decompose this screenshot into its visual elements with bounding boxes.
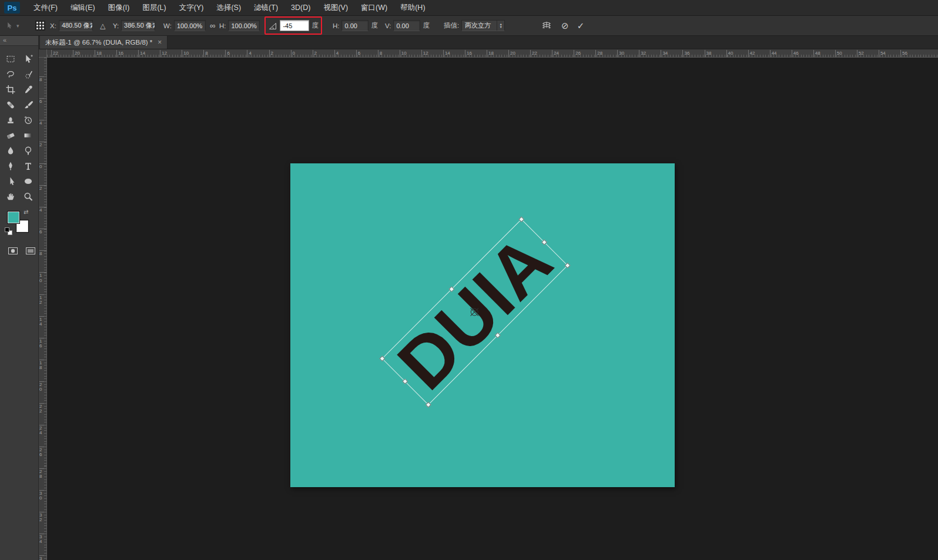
h-ruler-label: 14 <box>443 50 450 57</box>
default-colors-icon[interactable] <box>5 227 14 236</box>
v-ruler-label: 1 4 <box>39 316 46 327</box>
h-skew-value: 0.00 <box>344 22 357 29</box>
eraser-tool[interactable] <box>2 128 19 143</box>
v-skew-value: 0.00 <box>396 22 408 29</box>
v-skew-input[interactable]: 0.00 <box>393 20 420 31</box>
menu-item[interactable]: 窗口(W) <box>354 0 394 15</box>
transform-box[interactable]: DUIA <box>382 219 568 405</box>
move-tool[interactable] <box>19 52 37 66</box>
interpolation-select[interactable]: 两次立方 ▲▼ <box>461 20 505 31</box>
menu-item[interactable]: 滤镜(T) <box>247 0 284 15</box>
options-bar: ▾ X: 480.50 像素 △ Y: 386.50 像素 W: 100.00%… <box>0 16 938 36</box>
v-ruler-label: 2 6 <box>39 447 46 458</box>
menu-item[interactable]: 图层(L) <box>136 0 172 15</box>
vertical-ruler[interactable]: 8642024681 01 21 41 61 82 02 22 42 62 83… <box>39 58 47 560</box>
pasteboard[interactable]: DUIA <box>47 58 938 560</box>
menu-item[interactable]: 图像(I) <box>102 0 136 15</box>
menu-item[interactable]: 视图(V) <box>317 0 354 15</box>
h-scale-label: H: <box>219 22 226 29</box>
brush-tool[interactable] <box>19 98 37 112</box>
h-skew-input[interactable]: 0.00 <box>341 20 369 31</box>
maintain-aspect-ratio-icon[interactable]: ∞ <box>209 21 217 30</box>
color-swatches: ⇄ <box>7 211 33 237</box>
h-skew-label: H: <box>333 22 340 29</box>
dodge-tool[interactable] <box>19 143 37 158</box>
x-position-input[interactable]: 480.50 像素 <box>59 20 93 31</box>
menu-item[interactable]: 文字(Y) <box>173 0 210 15</box>
hand-tool[interactable] <box>2 189 19 204</box>
height-scale-input[interactable]: 100.00% <box>228 20 260 31</box>
rotation-input[interactable]: -45 <box>280 20 309 31</box>
v-ruler-label: 1 2 <box>39 294 46 306</box>
foreground-swatch[interactable] <box>7 211 20 224</box>
relative-positioning-button[interactable]: △ <box>96 20 109 32</box>
h-ruler-label: 0 <box>291 50 295 57</box>
h-ruler-label: 56 <box>900 50 907 57</box>
toolbar-footer <box>8 246 38 258</box>
height-scale-value: 100.00% <box>231 22 256 29</box>
ellipse-tool[interactable] <box>19 174 37 189</box>
tab-title: 未标题-1 @ 66.7% (DUIA, RGB/8) * <box>45 38 152 47</box>
history-brush-tool[interactable] <box>19 113 37 128</box>
menu-bar-items: 文件(F)编辑(E)图像(I)图层(L)文字(Y)选择(S)滤镜(T)3D(D)… <box>27 0 432 15</box>
pen-tool[interactable] <box>2 159 19 173</box>
w-label: W: <box>163 22 172 29</box>
warp-mode-icon[interactable] <box>541 21 552 31</box>
y-label: Y: <box>113 22 119 29</box>
transform-handle-bottom-right[interactable] <box>565 263 571 269</box>
eyedropper-tool[interactable] <box>19 82 37 97</box>
horizontal-ruler[interactable]: 2220181614121086420246810121416182022242… <box>47 49 938 58</box>
rotation-group: -45 度 <box>267 20 320 31</box>
h-ruler-label: 22 <box>51 50 58 57</box>
h-ruler-label: 32 <box>639 50 646 57</box>
app-logo[interactable]: Ps <box>4 2 20 14</box>
clone-stamp-tool[interactable] <box>2 113 19 128</box>
y-position-input[interactable]: 386.50 像素 <box>121 20 155 31</box>
commit-transform-button[interactable]: ✓ <box>577 21 585 31</box>
h-ruler-label: 26 <box>574 50 581 57</box>
rectangular-marquee-tool[interactable] <box>2 52 19 66</box>
cancel-transform-button[interactable]: ⊘ <box>561 21 569 31</box>
reference-point[interactable] <box>469 307 480 317</box>
path-selection-tool[interactable] <box>2 174 19 189</box>
menu-item[interactable]: 编辑(E) <box>64 0 102 15</box>
menu-bar: Ps 文件(F)编辑(E)图像(I)图层(L)文字(Y)选择(S)滤镜(T)3D… <box>0 0 938 16</box>
document-area: 未标题-1 @ 66.7% (DUIA, RGB/8) * × 22201816… <box>39 36 938 560</box>
quick-selection-tool[interactable] <box>19 67 37 82</box>
blur-tool[interactable] <box>2 143 19 158</box>
quick-mask-button[interactable] <box>8 246 18 258</box>
v-ruler-label: 2 0 <box>39 381 46 393</box>
h-skew-group: H: 0.00 度 <box>333 20 378 31</box>
menu-item[interactable]: 3D(D) <box>284 0 317 15</box>
height-scale-group: H: 100.00% <box>219 20 260 31</box>
select-arrows-icon[interactable]: ▲▼ <box>497 21 504 31</box>
document-canvas[interactable]: DUIA <box>290 163 675 487</box>
swap-colors-icon[interactable]: ⇄ <box>24 209 28 215</box>
spot-healing-brush-tool[interactable] <box>2 98 19 112</box>
v-skew-label: V: <box>385 22 391 29</box>
v-ruler-label: 2 2 <box>39 403 46 414</box>
tab-close-icon[interactable]: × <box>158 39 162 46</box>
type-tool[interactable] <box>19 159 37 173</box>
screen-mode-button[interactable] <box>25 246 36 258</box>
h-ruler-label: 2 <box>269 50 273 57</box>
gradient-tool[interactable] <box>19 128 37 143</box>
document-tab[interactable]: 未标题-1 @ 66.7% (DUIA, RGB/8) * × <box>40 36 168 49</box>
menu-item[interactable]: 文件(F) <box>27 0 64 15</box>
zoom-tool[interactable] <box>19 189 37 204</box>
tab-bar: 未标题-1 @ 66.7% (DUIA, RGB/8) * × <box>39 36 938 49</box>
width-scale-input[interactable]: 100.00% <box>174 20 206 31</box>
transform-handle-bottom-left[interactable] <box>426 402 431 408</box>
h-ruler-label: 54 <box>879 50 886 57</box>
v-ruler-label: 2 8 <box>39 468 46 479</box>
rotation-value: -45 <box>283 22 292 29</box>
reference-point-locator[interactable] <box>35 21 45 31</box>
tool-preset-picker[interactable]: ▾ <box>5 21 28 30</box>
menu-item[interactable]: 选择(S) <box>210 0 247 15</box>
lasso-tool[interactable] <box>2 67 19 82</box>
toolbar-collapse-button[interactable]: « <box>0 36 38 46</box>
crop-tool[interactable] <box>2 82 19 97</box>
menu-item[interactable]: 帮助(H) <box>394 0 431 15</box>
ruler-corner[interactable] <box>39 49 47 58</box>
h-ruler-label: 46 <box>792 50 799 57</box>
